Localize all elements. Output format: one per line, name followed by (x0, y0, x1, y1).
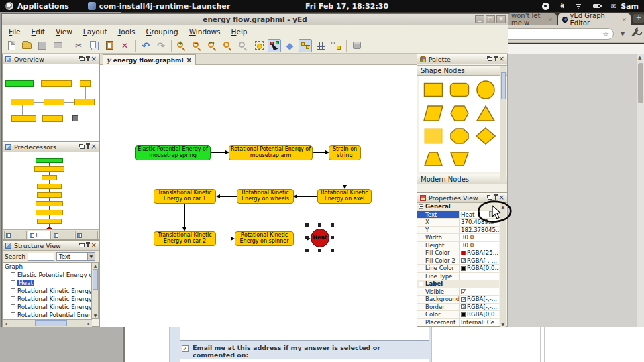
address-dropdown-button[interactable]: ▼ (617, 29, 628, 38)
undirected-tab[interactable]: ... (75, 231, 98, 239)
fit-node-to-label-icon[interactable] (252, 39, 266, 52)
text-value[interactable]: Heat (461, 211, 474, 218)
browser-tab-active[interactable]: yEd Graph Editor × (558, 13, 631, 25)
graph-canvas[interactable]: Elastic Potential Energy of mousetrap sp… (100, 65, 418, 327)
property-row-fill-color[interactable]: Fill ColorRGBA[25... (417, 249, 499, 257)
maximize-icon[interactable]: □ (486, 15, 495, 23)
selection-handle[interactable] (305, 236, 309, 239)
bookmark-star-icon[interactable]: ☆ (602, 29, 609, 38)
property-row-text[interactable]: Text Heat... (417, 211, 499, 219)
browse-button[interactable]: ... (489, 211, 498, 217)
selection-handle[interactable] (331, 223, 334, 227)
pin-panel-icon[interactable] (495, 57, 496, 61)
structure-vertical-scrollbar[interactable]: ▲ ▼ (91, 262, 99, 319)
graph-node[interactable]: Rotational Potential Energy of mousetrap… (229, 145, 313, 160)
undo-icon[interactable]: ↶ (139, 39, 152, 52)
scroll-right-icon[interactable]: ► (87, 321, 91, 326)
close-panel-icon[interactable]: × (91, 56, 97, 62)
shape-hexagon[interactable] (449, 105, 470, 122)
zoom-in-icon[interactable]: + (175, 39, 189, 52)
property-row-line-type[interactable]: Line Type (417, 273, 499, 281)
palette-scrollbar[interactable] (500, 66, 506, 181)
grid-icon[interactable] (314, 39, 327, 52)
scroll-up-icon[interactable]: ▲ (502, 204, 505, 209)
tree-root[interactable]: Graph (3, 263, 92, 271)
float-panel-icon[interactable] (80, 57, 85, 61)
scroll-up-icon[interactable]: ▲ (93, 263, 98, 268)
float-panel-icon[interactable] (488, 57, 492, 61)
selection-handle[interactable] (331, 249, 334, 252)
property-row-placement[interactable]: PlacementInternal: Ce... (417, 319, 499, 327)
close-panel-icon[interactable]: × (499, 195, 504, 200)
wrench-menu-icon[interactable] (631, 29, 638, 36)
menu-windows[interactable]: Windows (189, 27, 221, 36)
shape-octagon[interactable] (449, 127, 470, 145)
copy-icon[interactable] (87, 39, 101, 52)
email-input[interactable] (180, 359, 429, 362)
battery-icon[interactable] (593, 4, 600, 8)
graph-node[interactable]: Strain on string (329, 145, 361, 160)
browser-tab-inactive[interactable]: won't let me w × (507, 13, 557, 25)
scroll-down-icon[interactable]: ▼ (502, 322, 505, 326)
float-panel-icon[interactable] (80, 145, 85, 149)
new-tab-button[interactable]: + (633, 14, 644, 23)
menu-layout[interactable]: Layout (83, 27, 107, 36)
shape-diamond[interactable] (476, 127, 496, 145)
graph-node[interactable]: Rotational Kinetic Energy on axel (317, 189, 372, 204)
scrollbar-thumb[interactable] (35, 320, 67, 326)
open-file-icon[interactable] (20, 39, 34, 52)
shape-triangle[interactable] (476, 105, 496, 122)
tree-item[interactable]: Rotational Kinetic Energy on (3, 295, 92, 303)
property-row-visible[interactable]: Visible✓ (417, 288, 499, 296)
minimize-icon[interactable]: _ (475, 15, 484, 23)
selection-handle[interactable] (305, 223, 309, 227)
scroll-up-icon[interactable]: ▲ (638, 55, 641, 60)
navigation-mode-icon[interactable]: ◆ (283, 39, 297, 52)
shape-rectangle[interactable] (423, 82, 443, 98)
close-tab-icon[interactable]: × (547, 16, 553, 23)
pin-panel-icon[interactable] (87, 57, 89, 61)
paste-icon[interactable] (103, 39, 116, 52)
document-tab[interactable]: y energy flow.graphml × (103, 54, 196, 65)
mail-icon[interactable]: ✉ (611, 3, 616, 10)
graph-node-heat-selected[interactable]: Heat (311, 229, 329, 247)
property-row-x[interactable]: X370.4689... (417, 219, 499, 227)
menu-tools[interactable]: Tools (118, 27, 136, 36)
zoom-actual-size-icon[interactable]: 1:1 (206, 39, 219, 52)
close-document-icon[interactable]: × (186, 58, 192, 63)
orthogonal-edges-icon[interactable] (329, 39, 343, 52)
close-icon[interactable]: × (496, 15, 506, 23)
user-menu[interactable]: Sam (621, 2, 639, 11)
close-panel-icon[interactable]: × (91, 243, 97, 248)
pin-panel-icon[interactable] (87, 145, 89, 149)
selection-handle[interactable] (318, 249, 321, 252)
browser-scrollbar[interactable]: ▲ (637, 54, 644, 362)
property-row-height[interactable]: Height30.0 (417, 242, 499, 250)
accessibility-icon[interactable] (542, 3, 549, 10)
overview-minimap[interactable] (3, 64, 99, 141)
yed-titlebar[interactable]: energy flow.graphml - yEd _ □ × (2, 14, 508, 25)
scrollbar-thumb[interactable] (501, 72, 506, 99)
scroll-down-icon[interactable]: ▼ (93, 313, 98, 318)
property-row-border[interactable]: BorderRGBA[-,-... (417, 304, 499, 312)
shape-trapezoid[interactable] (423, 150, 443, 168)
selection-handle[interactable] (305, 249, 309, 252)
pin-panel-icon[interactable] (495, 196, 496, 200)
general-section-row[interactable]: General (417, 203, 499, 211)
search-filter-dropdown[interactable]: Text ▼ (56, 252, 95, 261)
scroll-left-icon[interactable]: ◄ (4, 321, 7, 326)
fit-content-icon[interactable] (221, 39, 235, 52)
collapse-icon[interactable] (419, 282, 423, 286)
properties-scrollbar[interactable]: ▲ ▼ (500, 204, 506, 327)
graph-node[interactable]: Translational Kinetic Energy on car 1 (154, 189, 216, 204)
new-document-icon[interactable] (5, 39, 18, 52)
shape-plain-rectangle[interactable] (423, 127, 443, 145)
menu-file[interactable]: File (9, 27, 21, 36)
shape-ellipse[interactable] (476, 80, 496, 99)
selection-handle[interactable] (318, 223, 321, 227)
graph-node[interactable]: Rotational Kinetic Energy on wheels (237, 189, 294, 204)
menu-help[interactable]: Help (231, 27, 248, 36)
property-row-fill-color-2[interactable]: Fill Color 2RGBA[-,-... (417, 257, 499, 265)
pin-panel-icon[interactable] (87, 243, 89, 247)
zoom-out-icon[interactable]: − (191, 39, 204, 52)
